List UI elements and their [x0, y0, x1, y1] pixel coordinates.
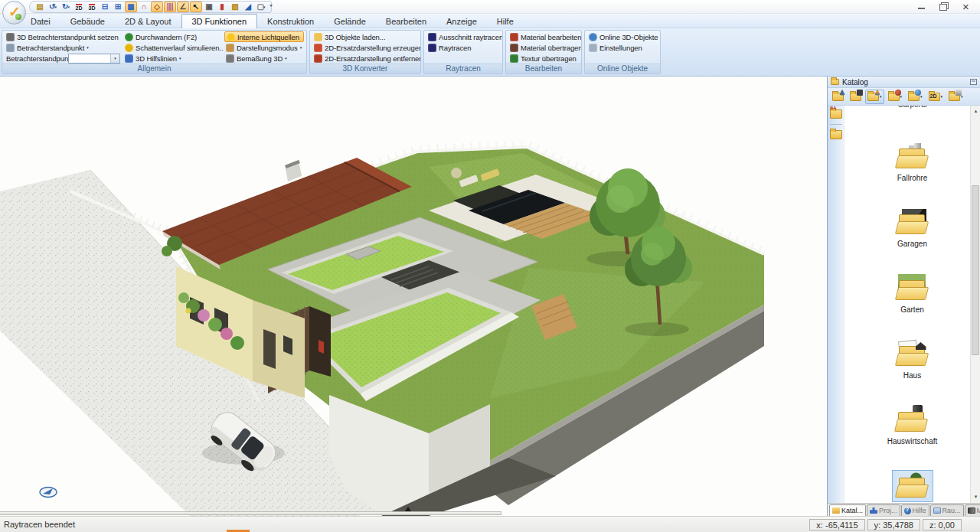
ribbon-item-label: Schattenverlauf simulieren... — [136, 44, 223, 52]
wall-icon[interactable]: ▮ — [216, 2, 228, 12]
viewport-3d[interactable] — [0, 77, 827, 516]
scroll-down-icon[interactable] — [971, 491, 980, 501]
ribbon-item-betrachterstandpunkt[interactable]: Betrachterstandpunkt▾ — [5, 42, 122, 53]
catalog-tab-katal[interactable]: Katal... — [829, 504, 866, 516]
app-logo[interactable] — [2, 1, 26, 24]
catalog-tab-rau[interactable]: Rau... — [930, 504, 964, 516]
catalog-title: Katalog — [842, 78, 868, 86]
catalog-item-haus[interactable]: Haus — [893, 339, 933, 380]
slider-marker-icon[interactable] — [405, 507, 411, 511]
open-catalog-icon[interactable] — [830, 90, 846, 104]
view-2d-icon[interactable]: 2D — [73, 2, 85, 12]
toolbar-options-icon[interactable] — [270, 3, 279, 11]
hatch-area-icon[interactable]: ▨ — [229, 2, 241, 12]
folder-icon: 2D — [929, 93, 940, 101]
scroll-thumb[interactable] — [972, 185, 979, 355]
ribbon-item-textur-bertragen[interactable]: Textur übertragen — [508, 53, 582, 64]
tab-geb-ude[interactable]: Gebäude — [60, 15, 115, 28]
redo-icon[interactable]: ↻▾ — [60, 2, 72, 12]
viewpoint-combobox[interactable]: ▾ — [68, 54, 120, 64]
ribbon-group-online-objekte: Online 3D-Objekte▾EinstellungenOnline Ob… — [584, 30, 661, 74]
catalog-item-pflanzen[interactable]: Pflanzen — [893, 471, 933, 503]
ribbon-group-3d-konverter: 3D Objekte laden...2D-Ersatzdarstellung … — [309, 30, 421, 74]
minimize-button[interactable] — [910, 0, 933, 12]
catalog-tab-mass[interactable]: Mass... — [965, 504, 980, 516]
split-vertical-icon[interactable]: ⊞ — [112, 2, 124, 12]
catalog-scrollbar[interactable] — [970, 106, 980, 503]
catalog-root-icon[interactable] — [830, 130, 842, 139]
tab-konstruktion[interactable]: Konstruktion — [257, 15, 324, 28]
ribbon-item-2d-ersatzdarstellung-entfernen[interactable]: 2D-Ersatzdarstellung entfernen... — [312, 53, 421, 64]
catalog-root-ba-icon[interactable] — [830, 109, 842, 119]
snap-icon[interactable]: ◇ — [151, 2, 163, 12]
combo-label: Betrachterstandpunkt — [6, 54, 66, 63]
ribbon-item-einstellungen[interactable]: Einstellungen — [587, 42, 661, 53]
tab-hilfe[interactable]: Hilfe — [487, 15, 524, 28]
magnet-icon[interactable]: ∩ — [138, 2, 150, 12]
folder-icon — [832, 93, 844, 101]
color-bars-icon[interactable]: ||| — [164, 2, 176, 12]
roof-icon[interactable]: ◢ — [242, 2, 254, 12]
ribbon-item-3d-objekte-laden[interactable]: 3D Objekte laden... — [312, 31, 421, 42]
copy-icon[interactable]: ▢▾ — [255, 2, 267, 12]
measure-icon[interactable]: ∠ — [177, 2, 189, 12]
tab-datei[interactable]: Datei — [21, 15, 60, 28]
undo-icon[interactable]: ↺▾ — [47, 2, 59, 12]
tab-2d-layout[interactable]: 2D & Layout — [115, 15, 181, 28]
ribbon-item-3d-hilfslinien[interactable]: 3D Hilfslinien▾ — [123, 53, 223, 64]
textures-icon[interactable]: ▾ — [946, 90, 965, 104]
ribbon-group-raytracen: Ausschnitt raytracenRaytracenRaytracen — [423, 30, 503, 74]
catalog-item-clipped[interactable]: Carports — [897, 106, 926, 111]
ribbon-item-bema-ung-3d[interactable]: Bemaßung 3D▾ — [224, 53, 304, 64]
ribbon-item-raytracen[interactable]: Raytracen — [426, 42, 503, 53]
tab-gel-nde[interactable]: Gelände — [324, 15, 376, 28]
pin-window-icon[interactable] — [970, 79, 977, 85]
coord-y: y: 35,4788 — [867, 519, 920, 530]
catalog-tab-label: Hilfe — [913, 507, 926, 514]
ribbon-item-ausschnitt-raytracen[interactable]: Ausschnitt raytracen — [426, 31, 503, 42]
catalog-tab-hilfe[interactable]: Hilfe — [901, 504, 929, 516]
catalog-item-garten[interactable]: Garten — [893, 273, 933, 314]
ribbon-item-material-bertragen[interactable]: Material übertragen — [508, 42, 582, 53]
ribbon-item-material-bearbeiten[interactable]: Material bearbeiten — [508, 31, 582, 42]
objects-2d-icon[interactable]: 2D▾ — [926, 90, 946, 104]
grid-icon[interactable]: ▦ — [125, 2, 137, 12]
objects-3d-icon[interactable]: ▾ — [865, 90, 884, 104]
catalog-tabs: Katal...Proj...HilfeRau...Mass... — [828, 503, 980, 516]
ribbon-item-online-3d-objekte[interactable]: Online 3D-Objekte▾ — [587, 31, 661, 42]
new-drawing-icon[interactable]: ▤ — [34, 2, 46, 12]
restore-button[interactable] — [933, 0, 955, 12]
select-cursor-icon[interactable]: ↖ — [190, 2, 202, 12]
move-icon[interactable]: ▣ — [203, 2, 215, 12]
catalog-item-garagen[interactable]: Garagen — [893, 207, 933, 248]
catalog-item-label: Garten — [900, 305, 924, 314]
close-button[interactable] — [955, 0, 977, 12]
mobile-objects-icon[interactable] — [848, 90, 864, 104]
viewport-slider[interactable] — [0, 511, 501, 515]
tab-bearbeiten[interactable]: Bearbeiten — [376, 15, 436, 28]
ribbon-item-3d-betrachterstandpunkt-setzen[interactable]: 3D Betrachterstandpunkt setzen — [5, 31, 122, 42]
split-horizontal-icon[interactable]: ⊟ — [99, 2, 111, 12]
scroll-up-icon[interactable] — [971, 106, 980, 116]
ribbon-item-durchwandern-f2[interactable]: Durchwandern (F2) — [123, 31, 223, 42]
chevron-down-icon[interactable]: ▾ — [110, 54, 119, 63]
catalog-item-fallrohre[interactable]: Fallrohre — [893, 142, 933, 182]
tab-anzeige[interactable]: Anzeige — [436, 15, 487, 28]
tripod-camera-icon — [6, 33, 15, 41]
internet-objects-icon[interactable]: ▾ — [906, 90, 925, 104]
ribbon-group-label: Online Objekte — [585, 64, 660, 73]
compass-north-icon[interactable] — [38, 485, 58, 499]
view-3d-icon[interactable]: 3D — [86, 2, 98, 12]
ribbon-item-2d-ersatzdarstellung-erzeugen[interactable]: 2D-Ersatzdarstellung erzeugen... — [312, 42, 421, 53]
ribbon-item-schattenverlauf-simulieren[interactable]: Schattenverlauf simulieren... — [123, 42, 223, 53]
raytrace-region-icon — [428, 33, 436, 41]
ribbon-tab-row: DateiGebäude2D & Layout3D FunktionenKons… — [0, 14, 980, 28]
catalog-tab-proj[interactable]: Proj... — [867, 504, 900, 516]
tab-3d-funktionen[interactable]: 3D Funktionen — [181, 14, 258, 28]
catalog-item-hauswirtschaft[interactable]: Hauswirtschaft — [887, 405, 938, 446]
catalog-item-label: Garagen — [897, 240, 927, 248]
ribbon-group-label: Bearbeiten — [506, 64, 581, 73]
ribbon-item-darstellungsmodus[interactable]: Darstellungsmodus▾ — [224, 42, 304, 53]
ribbon-item-interne-lichtquellen[interactable]: Interne Lichtquellen — [224, 31, 304, 42]
materials-icon[interactable]: ▾ — [886, 90, 905, 104]
